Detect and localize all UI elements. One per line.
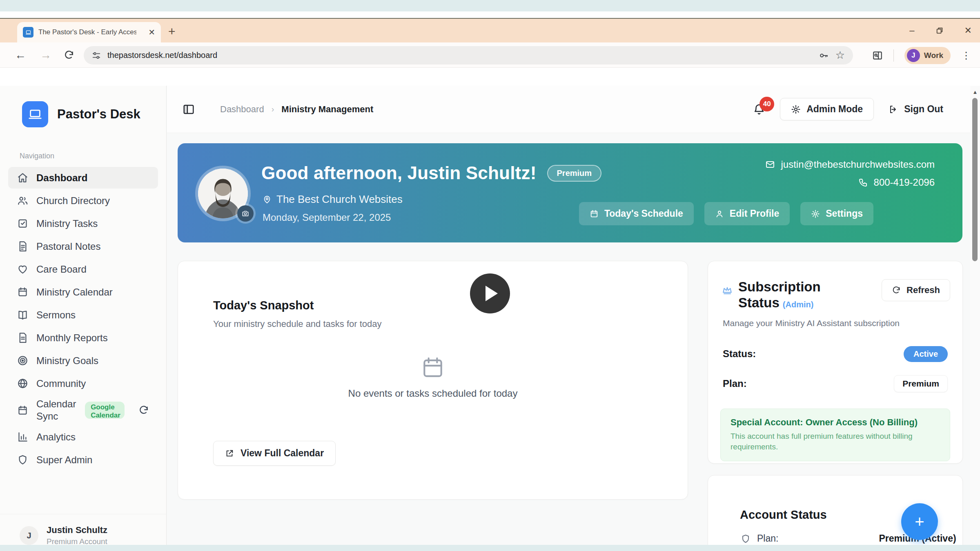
special-account-body: This account has full premium features w… — [731, 431, 927, 453]
status-label: Status: — [723, 348, 756, 360]
sidebar-item-label: Ministry Goals — [36, 355, 98, 367]
plan-label: Plan: — [723, 378, 747, 389]
browser-toolbar: ← → thepastorsdesk.net/dashboard ☆ — [0, 42, 980, 68]
breadcrumb: Dashboard › Ministry Management — [220, 104, 373, 115]
account-status-card: Account Status Plan: Premium (Active) + — [708, 475, 963, 551]
sync-refresh-icon[interactable] — [138, 405, 149, 415]
forward-button[interactable]: → — [40, 49, 51, 62]
bookmark-star-icon[interactable]: ☆ — [835, 49, 845, 62]
sidebar-item-analytics[interactable]: Analytics — [8, 426, 158, 448]
browser-menu-icon[interactable]: ⋮ — [961, 50, 971, 61]
book-open-icon — [17, 309, 28, 320]
url-text[interactable]: thepastorsdesk.net/dashboard — [107, 51, 812, 60]
nav-list: Dashboard Church Directory Ministry Task… — [0, 167, 166, 471]
new-tab-button[interactable]: + — [168, 24, 176, 38]
admin-mode-label: Admin Mode — [806, 104, 863, 115]
status-active-badge: Active — [904, 346, 948, 362]
sidebar-item-label: Ministry Tasks — [36, 218, 98, 229]
camera-icon[interactable] — [237, 205, 254, 222]
video-play-button[interactable] — [470, 273, 510, 313]
sidebar-item-super-admin[interactable]: Super Admin — [8, 449, 158, 471]
home-icon — [17, 172, 28, 183]
map-pin-icon — [263, 195, 272, 204]
sidebar-item-label: Super Admin — [36, 454, 92, 466]
task-check-icon — [17, 218, 28, 229]
sidebar-toggle-icon[interactable] — [183, 103, 195, 116]
sidebar-item-ministry-goals[interactable]: Ministry Goals — [8, 350, 158, 371]
refresh-button[interactable]: Refresh — [882, 279, 950, 301]
back-button[interactable]: ← — [15, 49, 26, 62]
edit-profile-button[interactable]: Edit Profile — [704, 202, 790, 225]
current-date: Monday, September 22, 2025 — [263, 212, 391, 223]
toolbar-divider — [893, 49, 894, 62]
tab-title: The Pastor's Desk - Early Access — [38, 28, 136, 36]
page-scrollbar[interactable]: ▲ ▼ — [970, 86, 980, 551]
side-panel-search-icon[interactable] — [872, 50, 883, 61]
calendar-empty-icon — [420, 355, 445, 380]
todays-schedule-label: Today's Schedule — [604, 208, 683, 219]
browser-tab[interactable]: The Pastor's Desk - Early Access ✕ — [17, 22, 161, 42]
sidebar-item-sermons[interactable]: Sermons — [8, 304, 158, 326]
sidebar-item-community[interactable]: Community — [8, 373, 158, 394]
scroll-up-icon[interactable]: ▲ — [970, 89, 980, 95]
sidebar-item-ministry-tasks[interactable]: Ministry Tasks — [8, 213, 158, 234]
todays-schedule-button[interactable]: Today's Schedule — [579, 202, 694, 225]
greeting-title: Good afternoon, Justin Schultz! — [261, 163, 537, 183]
crown-icon — [722, 285, 733, 311]
profile-avatar: J — [907, 49, 920, 62]
calendar-icon — [17, 287, 28, 298]
settings-button[interactable]: Settings — [800, 202, 873, 225]
refresh-label: Refresh — [906, 285, 940, 295]
breadcrumb-dashboard[interactable]: Dashboard — [220, 104, 264, 115]
url-bar[interactable]: thepastorsdesk.net/dashboard ☆ — [84, 46, 853, 64]
welcome-banner: Good afternoon, Justin Schultz! Premium … — [178, 143, 962, 242]
sidebar-item-pastoral-notes[interactable]: Pastoral Notes — [8, 236, 158, 257]
window-minimize-button[interactable]: – — [909, 25, 914, 36]
user-avatar: J — [20, 526, 38, 545]
screen: The Pastor's Desk - Early Access ✕ + – ✕… — [0, 0, 980, 551]
sidebar-user[interactable]: J Justin Schultz Premium Account — [0, 514, 166, 546]
chevron-right-icon: › — [272, 104, 274, 114]
shield-icon — [17, 454, 28, 465]
add-fab-button[interactable]: + — [901, 503, 938, 540]
users-icon — [17, 195, 28, 206]
browser-profile-button[interactable]: J Work — [904, 47, 951, 64]
notifications-button[interactable]: 40 — [753, 103, 765, 116]
snapshot-empty-message: No events or tasks scheduled for today — [348, 388, 518, 399]
sidebar-item-dashboard[interactable]: Dashboard — [8, 167, 158, 189]
special-account-title: Special Account: Owner Access (No Billin… — [731, 417, 940, 428]
site-settings-icon[interactable] — [92, 51, 101, 60]
scrollbar-thumb[interactable] — [972, 98, 978, 261]
heart-icon — [17, 264, 28, 275]
admin-mode-button[interactable]: Admin Mode — [780, 98, 874, 120]
sidebar-item-monthly-reports[interactable]: Monthly Reports — [8, 327, 158, 349]
todays-snapshot-card: Today's Snapshot Your ministry schedule … — [178, 261, 688, 500]
user-email: justin@thebestchurchwebsites.com — [781, 159, 935, 170]
breadcrumb-current: Ministry Management — [281, 104, 373, 115]
sidebar-item-ministry-calendar[interactable]: Ministry Calendar — [8, 281, 158, 303]
shield-icon — [741, 534, 751, 544]
tab-close-icon[interactable]: ✕ — [148, 27, 155, 37]
window-close-button[interactable]: ✕ — [964, 25, 972, 36]
view-full-calendar-label: View Full Calendar — [241, 448, 324, 459]
sidebar-item-calendar-sync[interactable]: Calendar Sync Google Calendar Synced — [8, 395, 158, 425]
desktop-gap — [0, 11, 980, 18]
subscription-title: Subscription Status(Admin) — [738, 279, 821, 311]
play-icon — [486, 286, 498, 301]
laptop-logo-icon — [22, 101, 48, 127]
sign-out-button[interactable]: Sign Out — [889, 104, 943, 115]
report-icon — [17, 332, 28, 343]
plan-premium-badge: Premium — [894, 375, 948, 392]
sidebar-item-label: Sermons — [36, 309, 76, 321]
premium-badge: Premium — [547, 165, 602, 182]
password-key-icon[interactable] — [818, 50, 829, 61]
external-link-icon — [225, 449, 234, 458]
view-full-calendar-button[interactable]: View Full Calendar — [213, 441, 336, 466]
person-icon — [715, 209, 724, 218]
window-maximize-button[interactable] — [936, 27, 943, 34]
sidebar-item-label: Monthly Reports — [36, 332, 108, 344]
reload-button[interactable] — [64, 50, 74, 60]
sidebar-item-care-board[interactable]: Care Board — [8, 258, 158, 280]
sidebar-item-label: Community — [36, 378, 86, 389]
sidebar-item-church-directory[interactable]: Church Directory — [8, 190, 158, 211]
